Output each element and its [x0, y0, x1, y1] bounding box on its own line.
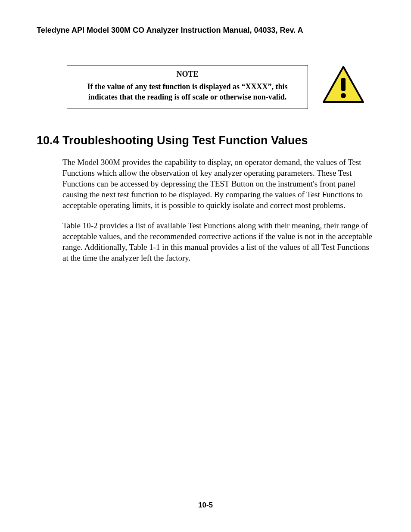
warning-icon — [322, 65, 365, 106]
exclamation-bar — [341, 78, 346, 91]
section-heading: 10.4 Troubleshooting Using Test Function… — [37, 134, 377, 147]
body-paragraph: Table 10-2 provides a list of available … — [62, 220, 377, 263]
page-number: 10-5 — [0, 501, 411, 510]
note-body: If the value of any test function is dis… — [75, 81, 300, 103]
note-row: NOTE If the value of any test function i… — [37, 65, 377, 109]
exclamation-dot — [341, 93, 346, 98]
page-header: Teledyne API Model 300M CO Analyzer Inst… — [37, 26, 377, 35]
body-paragraph: The Model 300M provides the capability t… — [62, 157, 377, 211]
note-box: NOTE If the value of any test function i… — [67, 65, 308, 109]
note-title: NOTE — [75, 70, 300, 79]
